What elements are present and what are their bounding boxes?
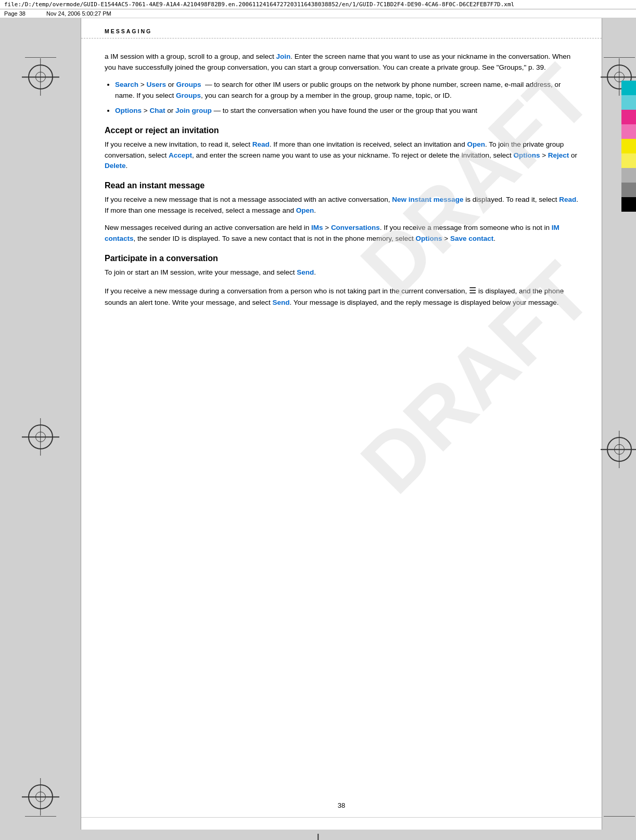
send-link-1: Send [297,268,314,276]
bot-right-hrule [604,816,635,817]
groups-link-2: Groups [176,92,201,99]
options-link-2: Options [513,151,540,159]
filepath-text: file:/D:/temp/overmode/GUID-E1544AC5-706… [4,1,514,8]
heading-participate: Participate in a conversation [105,254,578,263]
yellow-bar-1 [621,139,636,153]
page-number: 38 [81,794,602,817]
top-right-hrule [604,57,635,58]
bottom-area [81,817,602,830]
new-instant-link: New instant message [392,196,463,203]
section-label: Messaging [105,28,152,34]
color-bars [621,81,636,212]
open-link-1: Open [467,140,485,148]
intro-paragraph: a IM session with a group, scroll to a g… [105,51,578,73]
join-link: Join [276,53,290,60]
options-link-3: Options [416,235,442,242]
delete-link: Delete [105,162,126,170]
page-info-bar: Page 38 Nov 24, 2006 5:00:27 PM [0,9,636,18]
top-left-regmark [28,64,53,89]
left-strip [0,18,81,830]
gray-bar-1 [621,168,636,183]
page-header: Messaging [81,18,602,38]
page-number-info: Page 38 [4,10,26,17]
heading-read: Read an instant message [105,181,578,190]
reject-link: Reject [548,151,569,159]
bottom-regmarks-area [0,830,636,840]
bullet-item-2: Options > Chat or Join group — to start … [115,106,578,117]
content-wrapper: Messaging a IM session with a group, scr… [81,18,602,830]
conversations-link: Conversations [331,224,380,231]
yellow-bar-2 [621,153,636,168]
open-link-2: Open [296,206,314,214]
bot-left-regmark [28,784,53,809]
heading-accept: Accept or reject an invitation [105,126,578,135]
accept-paragraph: If you receive a new invitation, to read… [105,139,578,172]
text-content: a IM session with a group, scroll to a g… [81,38,602,794]
groups-link-1: Groups [176,81,201,88]
accept-link: Accept [169,151,192,159]
regmark-inner-circle-3 [35,792,46,802]
join-group-link: Join group [175,107,212,114]
mid-left-regmark [28,424,53,449]
content-area: DRAFT DRAFT Messaging a IM session with … [81,18,602,830]
read-link-2: Read [559,196,576,203]
mid-right-regmark [607,437,632,462]
read-link-1: Read [252,140,270,148]
users-link: Users [146,81,166,88]
ims-link: IMs [311,224,323,231]
bullet-item-1: Search > Users or Groups — to search for… [115,80,578,101]
bot-left-hrule [25,816,56,817]
top-left-hrule [25,57,56,58]
read-paragraph-2: New messages received during an active c… [105,223,578,244]
bullet-list: Search > Users or Groups — to search for… [115,80,578,117]
regmark-inner-circle-2 [35,432,46,442]
options-link-1: Options [115,107,142,114]
regmark-inner-circle-r2 [614,444,625,455]
participate-paragraph-2: If you receive a new message during a co… [105,285,578,308]
right-strip [602,18,636,830]
participate-paragraph-1: To join or start an IM session, write yo… [105,267,578,278]
cyan-bar-1 [621,81,636,95]
chat-link: Chat [149,107,165,114]
read-paragraph-1: If you receive a new message that is not… [105,195,578,216]
regmark-inner-circle [35,72,46,82]
gray-bar-2 [621,183,636,197]
magenta-bar-1 [621,110,636,124]
date-info: Nov 24, 2006 5:00:27 PM [46,10,111,17]
filepath-bar: file:/D:/temp/overmode/GUID-E1544AC5-706… [0,0,636,9]
search-link: Search [115,81,138,88]
black-bar [621,197,636,212]
magenta-bar-2 [621,124,636,139]
send-link-2: Send [272,299,289,306]
save-contact-link: Save contact [450,235,493,242]
cyan-bar-2 [621,95,636,110]
main-layout: DRAFT DRAFT Messaging a IM session with … [0,18,636,830]
message-icon: ☰ [469,286,476,295]
